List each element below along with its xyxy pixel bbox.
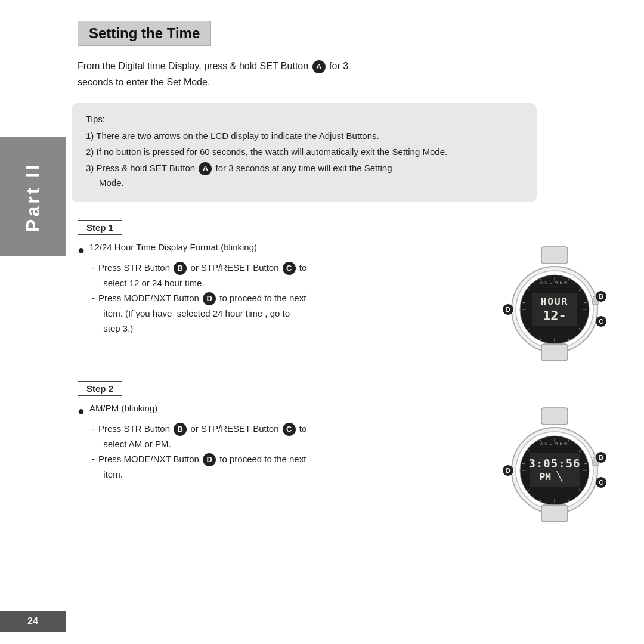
step-1-text: Step 1 ● 12/24 Hour Time Display Format …	[78, 220, 477, 336]
btn-d-step2-2: D	[203, 453, 216, 466]
step-2-watch: 3:05:56 PM ╲ B C	[489, 381, 620, 524]
step-2-bullet: ● AM/PM (blinking)	[78, 403, 477, 419]
tips-item-3: 3) Press & hold SET Button A for 3 secon…	[86, 161, 522, 191]
btn-b-step1-1: B	[174, 262, 187, 275]
svg-text:ACUMEN: ACUMEN	[540, 441, 569, 445]
step-1-sub-2: - Press MODE/NXT Button D to proceed to …	[78, 290, 477, 336]
intro-paragraph: From the Digital time Display, press & h…	[78, 58, 620, 90]
svg-rect-51	[541, 505, 568, 522]
svg-text:3:05:56: 3:05:56	[528, 457, 580, 470]
step-1-bullet-text: 12/24 Hour Time Display Format (blinking…	[89, 242, 257, 252]
svg-rect-0	[541, 247, 568, 264]
steps-section: Step 1 ● 12/24 Hour Time Display Format …	[78, 220, 620, 524]
step-2-text: Step 2 ● AM/PM (blinking) - Press STR Bu…	[78, 381, 477, 482]
step-2-bullet-text: AM/PM (blinking)	[89, 403, 157, 413]
tips-heading: Tips:	[86, 114, 522, 124]
step-2-block: Step 2 ● AM/PM (blinking) - Press STR Bu…	[78, 381, 620, 524]
step-2-sub-2: - Press MODE/NXT Button D to proceed to …	[78, 451, 477, 482]
svg-text:C: C	[599, 318, 603, 325]
button-a-icon: A	[312, 60, 326, 73]
svg-text:PM ╲: PM ╲	[540, 471, 564, 482]
svg-text:B: B	[599, 293, 603, 300]
step-1-bullet: ● 12/24 Hour Time Display Format (blinki…	[78, 242, 477, 258]
part-label: Part II	[22, 162, 44, 232]
step-2-label: Step 2	[78, 381, 122, 396]
step-2-content: ● AM/PM (blinking) - Press STR Button B …	[78, 403, 477, 482]
tips-box: Tips: 1) There are two arrows on the LCD…	[72, 103, 537, 202]
step-1-watch: HOUR 12- B C	[489, 220, 620, 363]
svg-text:D: D	[506, 467, 510, 474]
title-box: Setting the Time	[78, 21, 211, 46]
svg-text:12-: 12-	[543, 308, 566, 323]
step-1-sub-1: - Press STR Button B or STP/RESET Button…	[78, 260, 477, 290]
tips-list: 1) There are two arrows on the LCD displ…	[86, 129, 522, 190]
watch-1-svg: HOUR 12- B C	[501, 244, 608, 363]
tips-item-1: 1) There are two arrows on the LCD displ…	[86, 129, 522, 144]
svg-text:HOUR: HOUR	[541, 296, 569, 307]
step-1-block: Step 1 ● 12/24 Hour Time Display Format …	[78, 220, 620, 363]
svg-text:D: D	[506, 306, 510, 313]
tips-item-2: 2) If no button is pressed for 60 second…	[86, 145, 522, 160]
svg-text:B: B	[599, 454, 603, 461]
btn-c-step1-1: C	[283, 262, 296, 275]
btn-c-step2-1: C	[283, 423, 296, 436]
svg-text:ACUMEN: ACUMEN	[540, 280, 569, 284]
watch-2-svg: 3:05:56 PM ╲ B C	[501, 405, 608, 524]
svg-rect-21	[541, 344, 568, 361]
page-title: Setting the Time	[89, 25, 200, 41]
btn-d-step1-2: D	[203, 292, 216, 305]
main-content: Setting the Time From the Digital time D…	[78, 12, 620, 524]
step-2-sub-1: - Press STR Button B or STP/RESET Button…	[78, 421, 477, 451]
page-number: 24	[0, 611, 66, 632]
part-sidebar: Part II	[0, 137, 66, 256]
btn-b-step2-1: B	[174, 423, 187, 436]
step-1-label: Step 1	[78, 220, 122, 235]
step-1-content: ● 12/24 Hour Time Display Format (blinki…	[78, 242, 477, 336]
svg-rect-30	[541, 408, 568, 425]
intro-text: From the Digital time Display, press & h…	[78, 61, 308, 71]
button-a-tips-icon: A	[199, 162, 212, 175]
svg-text:C: C	[599, 479, 603, 486]
page-container: Part II Setting the Time From the Digita…	[0, 0, 644, 644]
